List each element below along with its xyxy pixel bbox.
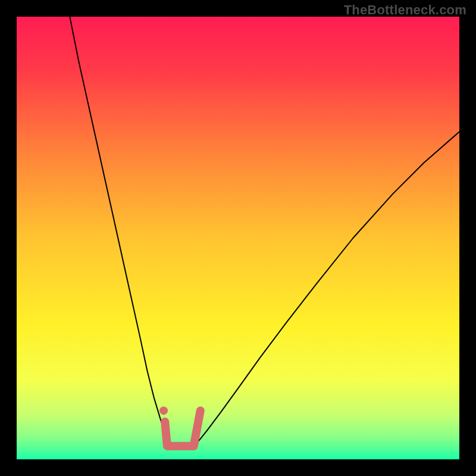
chart-svg [17,17,459,459]
plot-area [17,17,459,459]
bottleneck-chart-container: TheBottleneck.com [0,0,476,476]
watermark-text: TheBottleneck.com [344,2,466,18]
marker-dot [159,406,168,415]
